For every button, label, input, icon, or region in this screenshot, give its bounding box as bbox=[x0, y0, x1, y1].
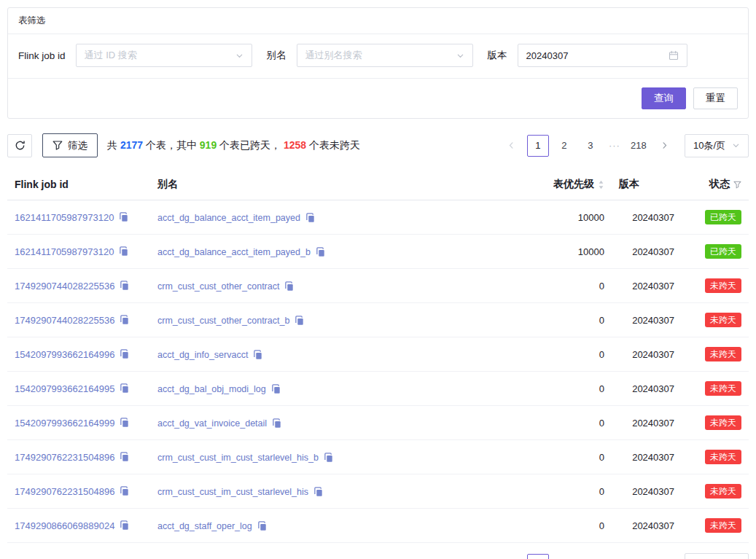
copy-icon[interactable] bbox=[316, 247, 325, 257]
data-table: Flink job id 别名 表优先级 版本 状态 bbox=[7, 169, 749, 543]
copy-icon[interactable] bbox=[253, 350, 262, 360]
priority-value: 0 bbox=[518, 372, 612, 406]
filter-toggle-button[interactable]: 筛选 bbox=[42, 133, 98, 157]
version-value: 20240307 bbox=[612, 269, 682, 303]
job-id-link[interactable]: 1542097993662164999 bbox=[15, 418, 114, 429]
next-page-button[interactable] bbox=[654, 135, 676, 157]
copy-icon[interactable] bbox=[119, 212, 128, 222]
query-button[interactable]: 查询 bbox=[642, 87, 686, 109]
alias-link[interactable]: acct_dg_bal_obj_modi_log bbox=[157, 384, 266, 394]
priority-value: 0 bbox=[518, 509, 612, 543]
page-button-1[interactable]: 1 bbox=[527, 554, 549, 559]
job-id-link[interactable]: 1621411705987973120 bbox=[15, 212, 114, 223]
next-page-button[interactable] bbox=[654, 554, 676, 559]
table-row: 1749290744028225536 crm_cust_cust_other_… bbox=[7, 269, 749, 303]
crossed-count: 919 bbox=[200, 139, 217, 151]
job-id-link[interactable]: 1749290762231504896 bbox=[15, 486, 114, 497]
column-header-priority[interactable]: 表优先级 bbox=[518, 169, 612, 200]
copy-icon[interactable] bbox=[313, 487, 323, 497]
copy-icon[interactable] bbox=[271, 384, 281, 394]
page: 表筛选 Flink job id 通过 ID 搜索 别名 通过别名搜索 版本 2… bbox=[0, 0, 756, 559]
copy-icon[interactable] bbox=[295, 316, 304, 326]
copy-icon[interactable] bbox=[120, 452, 129, 462]
page-button-2[interactable]: 2 bbox=[553, 554, 575, 559]
version-value: 20240307 bbox=[612, 200, 682, 235]
calendar-icon bbox=[669, 50, 679, 60]
job-id-link[interactable]: 1749290744028225536 bbox=[15, 315, 114, 326]
copy-icon[interactable] bbox=[305, 213, 315, 223]
filter-toggle-label: 筛选 bbox=[68, 139, 87, 152]
summary-text: 共 2177 个表，其中 919 个表已跨天， 1258 个表未跨天 bbox=[107, 139, 360, 152]
table-row: 1542097993662164999 acct_dg_vat_invoice_… bbox=[7, 406, 749, 440]
version-label: 版本 bbox=[488, 49, 507, 62]
alias-link[interactable]: crm_cust_cust_im_cust_starlevel_his bbox=[157, 487, 308, 497]
table-row: 1749290866069889024 acct_dg_staff_oper_l… bbox=[7, 509, 749, 543]
prev-page-button[interactable] bbox=[501, 554, 523, 559]
copy-icon[interactable] bbox=[257, 521, 267, 531]
alias-link[interactable]: crm_cust_cust_other_contract bbox=[157, 281, 279, 292]
total-count: 2177 bbox=[120, 139, 143, 151]
job-id-link[interactable]: 1621411705987973120 bbox=[15, 246, 114, 257]
page-button-2[interactable]: 2 bbox=[553, 135, 575, 157]
refresh-button[interactable] bbox=[7, 134, 32, 157]
copy-icon[interactable] bbox=[284, 281, 294, 292]
alias-link[interactable]: acct_dg_balance_acct_item_payed_b bbox=[157, 247, 311, 257]
copy-icon[interactable] bbox=[120, 486, 129, 496]
table-row: 1749290762231504896 crm_cust_cust_im_cus… bbox=[7, 440, 749, 474]
alias-label: 别名 bbox=[267, 49, 287, 62]
version-date-input[interactable]: 20240307 bbox=[518, 44, 687, 67]
page-size-value: 10条/页 bbox=[693, 139, 725, 152]
page-button-1[interactable]: 1 bbox=[527, 135, 549, 157]
column-header-status[interactable]: 状态 bbox=[682, 169, 749, 200]
reset-button[interactable]: 重置 bbox=[693, 87, 738, 109]
priority-value: 10000 bbox=[518, 200, 612, 235]
copy-icon[interactable] bbox=[120, 383, 129, 394]
job-id-link[interactable]: 1749290866069889024 bbox=[15, 520, 114, 531]
page-button-last[interactable]: 218 bbox=[628, 135, 650, 157]
page-button-last[interactable]: 218 bbox=[628, 554, 650, 559]
pagination-ellipsis[interactable]: ··· bbox=[606, 140, 623, 151]
job-id-link[interactable]: 1749290744028225536 bbox=[15, 281, 114, 292]
alias-link[interactable]: acct_dg_balance_acct_item_payed bbox=[157, 213, 300, 223]
copy-icon[interactable] bbox=[120, 349, 129, 359]
copy-icon[interactable] bbox=[120, 520, 129, 531]
alias-link[interactable]: crm_cust_cust_other_contract_b bbox=[157, 316, 289, 326]
page-size-select[interactable]: 10条/页 bbox=[685, 553, 749, 559]
alias-link[interactable]: acct_dg_vat_invoice_detail bbox=[157, 418, 267, 429]
summary-part: 个表，其中 bbox=[143, 139, 200, 151]
job-id-link[interactable]: 1749290762231504896 bbox=[15, 452, 114, 463]
filter-row: Flink job id 通过 ID 搜索 别名 通过别名搜索 版本 20240… bbox=[8, 34, 748, 78]
filter-icon[interactable] bbox=[733, 181, 741, 189]
priority-value: 0 bbox=[518, 337, 612, 372]
priority-value: 0 bbox=[518, 303, 612, 337]
sort-icon[interactable] bbox=[598, 180, 604, 189]
copy-icon[interactable] bbox=[120, 418, 129, 428]
filter-panel-title: 表筛选 bbox=[18, 15, 46, 26]
copy-icon[interactable] bbox=[119, 246, 128, 257]
filter-actions: 查询 重置 bbox=[8, 78, 748, 118]
alias-link[interactable]: crm_cust_cust_im_cust_starlevel_his_b bbox=[157, 453, 319, 463]
priority-value: 0 bbox=[518, 269, 612, 303]
priority-value: 0 bbox=[518, 440, 612, 474]
refresh-icon bbox=[15, 140, 26, 151]
job-id-link[interactable]: 1542097993662164995 bbox=[15, 383, 114, 394]
version-value: 20240307 bbox=[612, 303, 682, 337]
alias-link[interactable]: acct_dg_info_servacct bbox=[157, 350, 248, 360]
page-size-select[interactable]: 10条/页 bbox=[685, 134, 749, 157]
page-button-3[interactable]: 3 bbox=[580, 135, 601, 157]
status-badge: 未跨天 bbox=[705, 450, 741, 464]
flink-job-id-select[interactable]: 通过 ID 搜索 bbox=[76, 44, 252, 67]
page-button-3[interactable]: 3 bbox=[580, 554, 601, 559]
alias-link[interactable]: acct_dg_staff_oper_log bbox=[157, 521, 252, 531]
copy-icon[interactable] bbox=[272, 418, 281, 429]
job-id-link[interactable]: 1542097993662164996 bbox=[15, 349, 114, 360]
version-value: 20240307 bbox=[612, 440, 682, 474]
version-value: 20240307 bbox=[612, 474, 682, 509]
prev-page-button[interactable] bbox=[501, 135, 523, 157]
status-badge: 未跨天 bbox=[705, 415, 741, 430]
funnel-icon bbox=[52, 141, 63, 150]
copy-icon[interactable] bbox=[120, 315, 129, 325]
copy-icon[interactable] bbox=[324, 453, 333, 463]
alias-select[interactable]: 通过别名搜索 bbox=[297, 44, 473, 67]
copy-icon[interactable] bbox=[120, 281, 129, 291]
